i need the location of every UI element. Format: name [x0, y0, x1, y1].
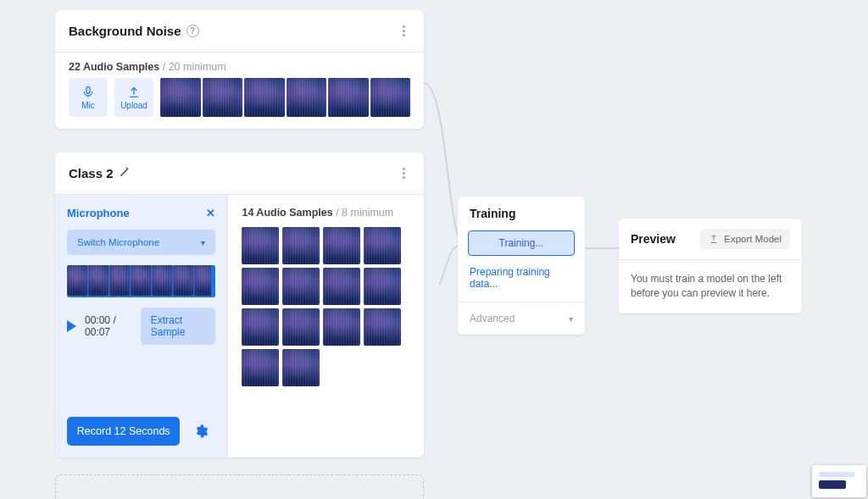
mic-panel-header: Microphone ✕	[67, 207, 215, 219]
audio-sample-thumb[interactable]	[282, 268, 320, 305]
time-total: 00:07	[85, 326, 110, 338]
card-training: Training Training... Preparing training …	[458, 197, 585, 335]
recording-segment	[152, 265, 172, 296]
preview-body: You must train a model on the left befor…	[619, 260, 802, 313]
recording-segment	[173, 265, 193, 296]
card-header: Class 2	[55, 152, 424, 195]
close-icon[interactable]: ✕	[206, 208, 215, 219]
samples-row: Mic Upload	[55, 78, 424, 129]
audio-sample-thumb[interactable]	[242, 227, 279, 264]
kebab-menu[interactable]	[398, 164, 410, 182]
mic-panel-title: Microphone	[67, 207, 130, 219]
advanced-toggle[interactable]: Advanced ▾	[458, 302, 585, 335]
kebab-menu[interactable]	[398, 22, 410, 40]
sample-count: 14 Audio Samples	[242, 207, 332, 219]
trim-handle[interactable]	[211, 265, 215, 297]
playback-time: 00:00 / 00:07	[85, 314, 132, 338]
audio-sample-thumb[interactable]	[244, 78, 285, 117]
audio-sample-thumb[interactable]	[287, 78, 327, 117]
audio-sample-thumb[interactable]	[323, 308, 360, 346]
audio-sample-thumb[interactable]	[364, 268, 401, 305]
sample-min: / 20 minimum	[163, 61, 226, 73]
play-button[interactable]	[67, 320, 76, 332]
sample-min: / 8 minimum	[336, 207, 393, 219]
recording-segment	[88, 265, 108, 296]
audio-sample-thumb[interactable]	[242, 349, 279, 386]
thumb-block	[819, 480, 846, 489]
advanced-label: Advanced	[470, 313, 515, 324]
audio-sample-thumb[interactable]	[323, 227, 360, 264]
audio-sample-thumb[interactable]	[242, 268, 279, 305]
export-icon	[709, 234, 719, 244]
class-body: Microphone ✕ Switch Microphone ▾	[55, 195, 424, 457]
audio-sample-thumb[interactable]	[242, 308, 279, 346]
upload-icon	[127, 86, 141, 99]
add-class-placeholder[interactable]	[55, 474, 424, 499]
record-settings-button[interactable]	[186, 417, 215, 446]
mic-button[interactable]: Mic	[69, 78, 108, 117]
connector-class2-to-training	[424, 242, 462, 285]
audio-sample-thumb[interactable]	[203, 78, 243, 117]
export-label: Export Model	[724, 234, 782, 244]
card-title: Background Noise	[69, 24, 181, 38]
audio-sample-thumb[interactable]	[282, 227, 320, 264]
sample-strip	[160, 78, 410, 117]
upload-label: Upload	[120, 101, 147, 110]
floating-thumbnail[interactable]	[812, 465, 866, 497]
audio-sample-thumb[interactable]	[328, 78, 369, 117]
time-sep: /	[113, 314, 115, 326]
card-preview: Preview Export Model You must train a mo…	[619, 219, 802, 313]
recording-waveform[interactable]	[67, 265, 215, 297]
sample-count-row: 22 Audio Samples / 20 minimum	[55, 53, 424, 78]
connector-training-to-preview	[585, 244, 623, 252]
card-background-noise: Background Noise ? 22 Audio Samples / 20…	[55, 10, 424, 129]
upload-button[interactable]: Upload	[114, 78, 153, 117]
card-header: Background Noise ?	[55, 10, 424, 53]
samples-area: 14 Audio Samples / 8 minimum	[228, 195, 424, 457]
microphone-panel: Microphone ✕ Switch Microphone ▾	[55, 195, 228, 457]
help-icon[interactable]: ?	[186, 25, 199, 37]
export-model-button[interactable]: Export Model	[700, 229, 790, 249]
card-title-row: Background Noise ?	[69, 24, 199, 38]
sample-count: 22 Audio Samples	[69, 61, 159, 73]
preview-header: Preview Export Model	[619, 219, 802, 260]
audio-sample-thumb[interactable]	[282, 308, 320, 346]
gear-icon	[193, 424, 209, 439]
recording-segment	[131, 265, 151, 296]
playback-row: 00:00 / 00:07 Extract Sample	[67, 308, 215, 345]
workspace: Background Noise ? 22 Audio Samples / 20…	[0, 0, 868, 499]
card-title-row: Class 2	[69, 166, 131, 180]
recording-segment	[109, 265, 130, 296]
extract-sample-button[interactable]: Extract Sample	[141, 308, 216, 345]
thumb-bar	[819, 472, 854, 477]
train-model-button[interactable]: Training...	[468, 230, 575, 256]
card-title: Class 2	[69, 166, 114, 180]
audio-sample-thumb[interactable]	[282, 349, 320, 386]
sample-count-row: 14 Audio Samples / 8 minimum	[242, 207, 410, 220]
time-current: 00:00	[85, 314, 110, 326]
card-class-2: Class 2 Microphone ✕ Switch Microphone ▾	[55, 152, 424, 457]
samples-grid	[242, 227, 410, 386]
training-title: Training	[458, 197, 585, 230]
audio-sample-thumb[interactable]	[160, 78, 201, 117]
mic-label: Mic	[81, 101, 95, 110]
chevron-down-icon: ▾	[201, 238, 205, 247]
switch-mic-label: Switch Microphone	[77, 237, 159, 247]
audio-sample-thumb[interactable]	[370, 78, 411, 117]
chevron-down-icon: ▾	[569, 314, 573, 324]
audio-sample-thumb[interactable]	[364, 227, 401, 264]
switch-microphone-dropdown[interactable]: Switch Microphone ▾	[67, 230, 215, 255]
preview-title: Preview	[631, 232, 676, 246]
audio-sample-thumb[interactable]	[323, 268, 360, 305]
record-button[interactable]: Record 12 Seconds	[67, 417, 180, 446]
pencil-icon[interactable]	[119, 166, 131, 180]
audio-sample-thumb[interactable]	[364, 308, 401, 346]
mic-icon	[81, 86, 95, 99]
recording-segment	[67, 265, 87, 296]
training-status: Preparing training data...	[458, 266, 585, 302]
record-row: Record 12 Seconds	[67, 417, 215, 446]
